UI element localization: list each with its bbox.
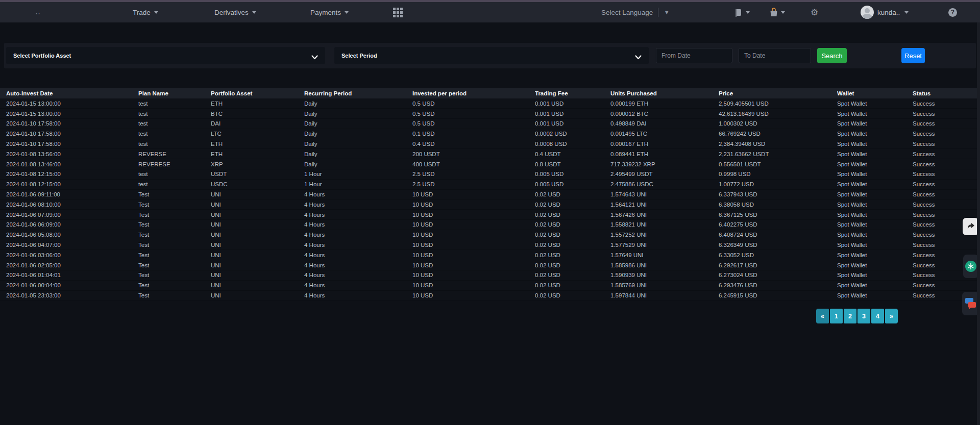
shopping-bag-icon	[770, 8, 778, 17]
auto-invest-history-table: Auto-Invest Date Plan Name Portfolio Ass…	[0, 88, 980, 301]
table-cell: 6.38058 USD	[719, 199, 837, 210]
table-cell: 6.293476 USD	[719, 280, 837, 290]
chevron-down-icon	[746, 11, 750, 14]
pagination-next-button[interactable]: »	[885, 309, 898, 323]
settings-gear-icon[interactable]: ⚙	[811, 2, 818, 22]
table-cell: 0.0008 USD	[535, 139, 610, 149]
table-cell: 1.577529 UNI	[610, 240, 719, 250]
table-cell: 2024-01-08 12:15:00	[0, 179, 138, 189]
assistant-icon	[965, 261, 976, 272]
table-cell: UNI	[211, 290, 304, 301]
table-row: 2024-01-05 23:03:00TestUNI4 Hours10 USD0…	[0, 290, 980, 301]
table-cell: 4 Hours	[304, 230, 412, 240]
table-cell: Test	[138, 250, 211, 260]
pagination-page-4[interactable]: 4	[871, 309, 884, 323]
table-cell: 6.337943 USD	[719, 189, 837, 199]
table-cell: 10 USD	[412, 189, 535, 199]
table-cell: test	[138, 129, 211, 139]
to-date-input[interactable]	[739, 48, 811, 63]
logo: ..	[36, 2, 41, 22]
top-navbar: .. Trade Derivatives Payments Select Lan…	[0, 2, 980, 22]
table-cell: test	[138, 179, 211, 189]
table-cell: 4 Hours	[304, 199, 412, 210]
table-cell: 0.001 USD	[535, 109, 610, 119]
table-cell: UNI	[211, 230, 304, 240]
table-cell: Test	[138, 260, 211, 270]
table-cell: Spot Wallet	[837, 149, 913, 159]
table-cell: 6.326349 USD	[719, 240, 837, 250]
table-cell: Daily	[304, 139, 412, 149]
table-cell: ETH	[211, 149, 304, 159]
table-cell: 2024-01-06 00:04:00	[0, 280, 138, 290]
col-wallet: Wallet	[837, 88, 913, 98]
table-cell: 4 Hours	[304, 250, 412, 260]
table-cell: 2.495499 USDT	[610, 169, 719, 180]
table-cell: 10 USD	[412, 290, 535, 301]
table-cell: USDC	[211, 179, 304, 189]
table-cell: Test	[138, 270, 211, 281]
table-cell: 0.9998 USD	[719, 169, 837, 180]
table-cell: 1 Hour	[304, 169, 412, 180]
table-cell: 2024-01-06 08:10:00	[0, 199, 138, 210]
table-cell: 2024-01-06 09:11:00	[0, 189, 138, 199]
table-cell: Test	[138, 280, 211, 290]
table-cell: 1 Hour	[304, 179, 412, 189]
orders-menu[interactable]	[734, 2, 750, 22]
table-cell: 0.000012 BTC	[610, 109, 719, 119]
table-cell: 66.769242 USD	[719, 129, 837, 139]
table-cell: Spot Wallet	[837, 220, 913, 230]
table-cell: 10 USD	[412, 230, 535, 240]
table-cell: 4 Hours	[304, 270, 412, 281]
table-cell: 2024-01-08 13:56:00	[0, 149, 138, 159]
table-cell: 2024-01-10 17:58:00	[0, 139, 138, 149]
table-cell: 2024-01-06 05:08:00	[0, 230, 138, 240]
book-icon	[734, 8, 743, 17]
apps-grid-icon[interactable]	[393, 2, 403, 22]
help-button[interactable]: ?	[948, 2, 957, 22]
nav-menu-derivatives[interactable]: Derivatives	[214, 2, 256, 22]
nav-menu-trade[interactable]: Trade	[133, 2, 158, 22]
nav-menu-payments[interactable]: Payments	[310, 2, 349, 22]
scrollbar[interactable]	[977, 22, 980, 425]
table-row: 2024-01-06 02:05:00TestUNI4 Hours10 USD0…	[0, 260, 980, 270]
table-cell: XRP	[211, 159, 304, 169]
nav-menu-derivatives-label: Derivatives	[214, 9, 249, 16]
pagination-prev-button[interactable]: «	[816, 309, 829, 323]
table-cell: 400 USDT	[412, 159, 535, 169]
pagination-page-2[interactable]: 2	[844, 309, 856, 323]
table-cell: 10 USD	[412, 270, 535, 281]
table-row: 2024-01-08 13:46:00REVERESEXRPDaily400 U…	[0, 159, 980, 169]
pagination-page-1[interactable]: 1	[830, 309, 843, 323]
table-cell: 0.089441 ETH	[610, 149, 719, 159]
language-selector[interactable]: Select Language ▼	[601, 2, 670, 22]
pagination-page-3[interactable]: 3	[857, 309, 870, 323]
wallet-menu[interactable]	[770, 2, 785, 22]
share-float-button[interactable]	[963, 218, 978, 235]
table-cell: 1.000302 USD	[719, 119, 837, 129]
table-cell: 0.0002 USD	[535, 129, 610, 139]
table-cell: ETH	[211, 139, 304, 149]
table-cell: 4 Hours	[304, 260, 412, 270]
search-button[interactable]: Search	[817, 48, 847, 63]
table-cell: 1.557252 UNI	[610, 230, 719, 240]
table-cell: 4 Hours	[304, 290, 412, 301]
table-cell: 0.8 USDT	[535, 159, 610, 169]
table-cell: 2,509.405501 USD	[719, 98, 837, 109]
assistant-float-button[interactable]	[963, 255, 978, 278]
table-cell: 2024-01-06 03:06:00	[0, 250, 138, 260]
table-cell: Test	[138, 189, 211, 199]
reset-button[interactable]: Reset	[901, 48, 925, 63]
table-cell: 6.245915 USD	[719, 290, 837, 301]
period-select[interactable]: Select Period	[334, 47, 649, 64]
table-cell: UNI	[211, 260, 304, 270]
table-cell: USDT	[211, 169, 304, 180]
table-cell: 1.585986 UNI	[610, 260, 719, 270]
table-cell: 10 USD	[412, 260, 535, 270]
user-menu[interactable]: kunda..	[861, 2, 909, 22]
col-trading-fee: Trading Fee	[535, 88, 610, 98]
from-date-input[interactable]	[656, 48, 732, 63]
table-cell: 10 USD	[412, 220, 535, 230]
portfolio-asset-select[interactable]: Select Portfolio Asset	[6, 47, 325, 64]
table-cell: 2024-01-10 17:58:00	[0, 129, 138, 139]
table-cell: 0.000167 ETH	[610, 139, 719, 149]
